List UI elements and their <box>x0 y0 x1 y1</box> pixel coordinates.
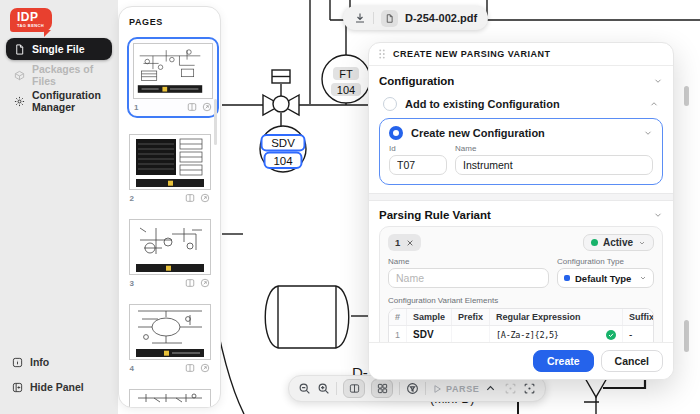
sidebar-item-packages[interactable]: Packages of Files <box>6 64 112 86</box>
download-icon[interactable] <box>354 12 366 24</box>
chevron-up-icon[interactable] <box>649 99 659 109</box>
panel-body: Configuration Add to existing Configurat… <box>369 66 673 342</box>
sidebar-item-single-file[interactable]: Single File <box>6 38 112 60</box>
page-thumbnail-image <box>129 304 211 360</box>
cancel-button[interactable]: Cancel <box>601 350 663 373</box>
status-label: Active <box>603 237 633 248</box>
open-page-icon[interactable] <box>202 102 212 112</box>
row-regex[interactable]: [A-Za-z]{2,5} <box>496 330 559 340</box>
document-icon <box>385 14 394 23</box>
divider <box>399 382 400 395</box>
create-new-configuration-box: Create new Configuration Id Name <box>379 118 663 185</box>
sidebar-item-label: Configuration Manager <box>32 89 104 113</box>
remove-variant-icon[interactable] <box>406 239 414 247</box>
divider <box>425 382 426 395</box>
split-view-icon[interactable] <box>185 278 195 288</box>
radio-selected[interactable] <box>389 126 403 140</box>
hide-panel-button[interactable]: Hide Panel <box>12 381 84 393</box>
variant-index: 1 <box>395 237 400 248</box>
file-icon <box>14 44 25 55</box>
collapse-toolbar-button[interactable] <box>485 382 498 395</box>
divider <box>336 382 337 395</box>
split-view-icon[interactable] <box>185 193 195 203</box>
page-thumbnail-image <box>129 134 211 190</box>
row-index: 1 <box>389 326 407 342</box>
variant-name-field[interactable] <box>388 268 549 288</box>
id-field[interactable] <box>389 155 447 175</box>
table-row[interactable]: 1 SDV [A-Za-z]{2,5} - <box>389 326 654 342</box>
hide-panel-icon <box>12 382 23 393</box>
tag-filter-button[interactable] <box>406 382 419 395</box>
panel-footer: Create Cancel <box>369 342 673 380</box>
chevron-down-icon[interactable] <box>643 128 653 138</box>
chevron-down-icon[interactable] <box>653 210 663 220</box>
row-sample: SDV <box>407 326 452 342</box>
page-thumbnail-image <box>133 43 213 99</box>
canvas-scrollbar-thumb-bottom[interactable] <box>684 320 689 352</box>
split-view-icon[interactable] <box>187 102 197 112</box>
row-suffix[interactable]: - <box>623 326 654 342</box>
info-button[interactable]: Info <box>12 356 49 368</box>
hide-panel-label: Hide Panel <box>30 381 84 393</box>
variant-elements-table: # Sample Prefix Regular Expression Suffi… <box>388 308 654 342</box>
configuration-type-value: Default Type <box>575 273 634 284</box>
col-header-index: # <box>389 309 407 326</box>
fit-view-button[interactable] <box>523 382 536 395</box>
file-chip[interactable] <box>381 10 398 27</box>
app-logo: IDP TAG BENCH <box>10 8 52 32</box>
col-header-sample: Sample <box>407 309 452 326</box>
page-thumbnail-4[interactable]: 4 <box>129 304 211 373</box>
sidebar-item-label: Single File <box>32 43 85 55</box>
gear-icon <box>14 96 25 107</box>
configuration-type-dropdown[interactable]: Default Type <box>557 268 654 288</box>
canvas-scrollbar-thumb-top[interactable] <box>684 86 689 106</box>
create-parsing-variant-panel: CREATE NEW PARSING VARIANT Configuration… <box>368 42 674 380</box>
page-thumbnail-1[interactable]: 1 <box>127 37 219 118</box>
panel-header[interactable]: CREATE NEW PARSING VARIANT <box>369 43 673 66</box>
grid-view-toggle[interactable] <box>371 379 393 398</box>
package-icon <box>14 70 25 81</box>
split-view-icon[interactable] <box>185 363 195 373</box>
sdv-tag-line2: 104 <box>273 155 293 167</box>
variant-card: 1 Active Name Configuration Type <box>379 226 663 342</box>
radio-unselected[interactable] <box>383 97 397 111</box>
chevron-down-icon[interactable] <box>653 76 663 86</box>
fit-selection-button[interactable] <box>504 382 517 395</box>
status-dropdown[interactable]: Active <box>583 234 654 251</box>
create-new-option[interactable]: Create new Configuration <box>389 121 653 144</box>
pages-scrollbar-thumb[interactable] <box>214 99 217 145</box>
zoom-in-button[interactable] <box>317 382 330 395</box>
sdv-tag-line1: SDV <box>271 137 295 149</box>
variant-index-pill[interactable]: 1 <box>388 234 421 251</box>
variant-elements-label: Configuration Variant Elements <box>388 296 654 305</box>
add-existing-label: Add to existing Configuration <box>405 98 641 110</box>
col-header-regex: Regular Expression <box>490 309 623 326</box>
zoom-out-button[interactable] <box>298 382 311 395</box>
configuration-section-title: Configuration <box>379 75 454 87</box>
parse-button[interactable]: PARSE <box>432 384 479 394</box>
row-prefix[interactable] <box>452 326 490 342</box>
drag-handle-icon[interactable] <box>378 49 386 59</box>
info-label: Info <box>30 356 49 368</box>
col-header-suffix: Suffix <box>623 309 654 326</box>
chevron-down-icon <box>639 274 647 282</box>
add-existing-option[interactable]: Add to existing Configuration <box>379 92 663 117</box>
info-icon <box>12 357 23 368</box>
document-bar: D-254-002.pdf <box>343 6 488 30</box>
open-page-icon[interactable] <box>200 278 210 288</box>
configuration-name-field[interactable] <box>455 155 653 175</box>
split-view-toggle[interactable] <box>343 379 365 398</box>
page-thumbnail-2[interactable]: 2 <box>129 134 211 203</box>
page-thumbnail-image <box>129 219 211 275</box>
create-button[interactable]: Create <box>533 350 594 373</box>
open-page-icon[interactable] <box>200 363 210 373</box>
sdv-tag-selected[interactable]: SDV 104 <box>262 135 305 168</box>
parse-label: PARSE <box>446 384 479 394</box>
ft-tag-line1: FT <box>339 68 353 80</box>
page-thumbnail-image <box>129 389 211 408</box>
active-status-dot <box>591 239 598 246</box>
page-thumbnail-3[interactable]: 3 <box>129 219 211 288</box>
open-page-icon[interactable] <box>200 193 210 203</box>
sidebar-item-configuration-manager[interactable]: Configuration Manager <box>6 90 112 112</box>
page-thumbnail-5[interactable] <box>129 389 211 408</box>
